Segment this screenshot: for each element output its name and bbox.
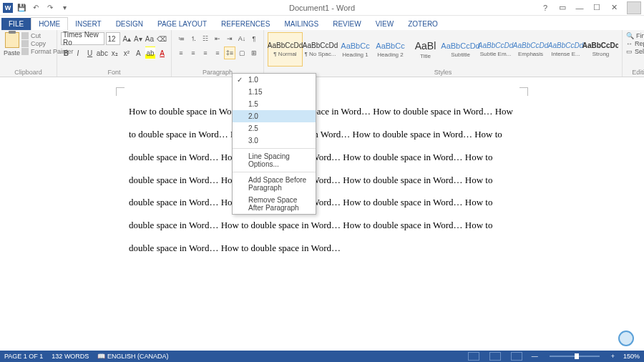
font-group: Times New Ro 12 A▴ A▾ Aa ⌫ B I U abc x₂ … <box>57 30 172 77</box>
superscript-button[interactable]: x² <box>122 47 132 59</box>
multilevel-list-button[interactable]: ☷ <box>200 32 211 45</box>
window-controls: ? ▭ — ☐ ✕ <box>538 1 644 14</box>
clipboard-icon <box>5 32 19 48</box>
tab-page-layout[interactable]: PAGE LAYOUT <box>150 18 214 30</box>
show-marks-button[interactable]: ¶ <box>248 32 260 45</box>
numbering-button[interactable]: ⒈ <box>187 32 199 45</box>
styles-gallery[interactable]: AaBbCcDd¶ NormalAaBbCcDd¶ No Spac...AaBb… <box>268 32 618 67</box>
strikethrough-button[interactable]: abc <box>97 47 108 59</box>
align-center-button[interactable]: ≡ <box>187 47 199 59</box>
tab-file[interactable]: FILE <box>1 18 31 30</box>
window-title: Document1 - Word <box>289 4 355 12</box>
paste-label: Paste <box>4 49 20 57</box>
bullets-button[interactable]: ≔ <box>175 32 187 45</box>
styles-group: AaBbCcDd¶ NormalAaBbCcDd¶ No Spac...AaBb… <box>264 30 623 77</box>
subscript-button[interactable]: x₂ <box>109 47 120 59</box>
close-button[interactable]: ✕ <box>607 3 621 12</box>
line-spacing-options[interactable]: Line Spacing Options... <box>233 150 316 170</box>
text-effects-button[interactable]: A <box>133 47 144 59</box>
style-title[interactable]: AaBlTitle <box>408 32 443 67</box>
styles-group-label: Styles <box>268 67 618 76</box>
line-spacing-option-3-0[interactable]: 3.0 <box>233 134 316 147</box>
word-count[interactable]: 132 WORDS <box>52 353 89 360</box>
style--normal[interactable]: AaBbCcDd¶ Normal <box>268 32 303 67</box>
change-case-button[interactable]: Aa <box>145 32 155 45</box>
undo-button[interactable]: ↶ <box>30 2 42 14</box>
zoom-in-button[interactable]: + <box>611 353 615 360</box>
line-spacing-option-1-15[interactable]: 1.15 <box>233 86 316 98</box>
clear-formatting-button[interactable]: ⌫ <box>156 32 167 45</box>
style-subtitle[interactable]: AaBbCcDdSubtitle <box>443 32 478 67</box>
ribbon-tabs: FILEHOMEINSERTDESIGNPAGE LAYOUTREFERENCE… <box>0 16 644 30</box>
document-body-text[interactable]: How to double space in Word… How to doub… <box>129 100 515 260</box>
italic-button[interactable]: I <box>73 47 84 59</box>
minimize-button[interactable]: — <box>572 4 587 12</box>
borders-button[interactable]: ⊞ <box>248 47 260 59</box>
justify-button[interactable]: ≡ <box>212 47 223 59</box>
paste-button[interactable]: Paste <box>4 32 20 67</box>
tab-insert[interactable]: INSERT <box>68 18 109 30</box>
find-button[interactable]: 🔍 Find <box>626 32 644 39</box>
increase-indent-button[interactable]: ⇥ <box>224 32 235 45</box>
tab-home[interactable]: HOME <box>31 17 68 30</box>
line-spacing-button[interactable]: ‡≡ <box>224 47 235 59</box>
align-right-button[interactable]: ≡ <box>200 47 211 59</box>
read-mode-button[interactable] <box>468 352 479 361</box>
style--no-spac-[interactable]: AaBbCcDd¶ No Spac... <box>303 32 338 67</box>
print-layout-button[interactable] <box>489 352 501 361</box>
line-spacing-option-2-0[interactable]: 2.0 <box>233 110 316 122</box>
tab-zotero[interactable]: ZOTERO <box>401 18 445 30</box>
shading-button[interactable]: ▢ <box>236 47 248 59</box>
font-family-combo[interactable]: Times New Ro <box>61 32 104 45</box>
redo-button[interactable]: ↷ <box>44 2 56 14</box>
remove-space-after[interactable]: Remove Space After Paragraph <box>233 194 316 214</box>
brush-icon <box>21 48 29 55</box>
select-button[interactable]: ▭ Select <box>626 48 644 55</box>
clipboard-group-label: Clipboard <box>4 67 53 76</box>
shrink-font-button[interactable]: A▾ <box>133 32 143 45</box>
bold-button[interactable]: B <box>61 47 72 59</box>
document-page[interactable]: How to double space in Word… How to doub… <box>93 79 551 351</box>
clipboard-group: Paste Cut Copy Format Painter Clipboard <box>0 30 57 77</box>
zoom-out-button[interactable]: — <box>532 353 538 360</box>
tab-references[interactable]: REFERENCES <box>214 18 277 30</box>
status-bar: PAGE 1 OF 1 132 WORDS 📖 ENGLISH (CANADA)… <box>0 351 644 362</box>
style-heading-1[interactable]: AaBbCcHeading 1 <box>338 32 373 67</box>
tab-view[interactable]: VIEW <box>369 18 401 30</box>
underline-button[interactable]: U <box>84 47 95 59</box>
font-color-button[interactable]: A <box>157 47 167 59</box>
grow-font-button[interactable]: A▴ <box>122 32 132 45</box>
help-button[interactable]: ? <box>538 4 552 12</box>
sort-button[interactable]: A↓ <box>236 32 248 45</box>
line-spacing-option-1-5[interactable]: 1.5 <box>233 98 316 110</box>
zoom-level[interactable]: 150% <box>623 353 640 360</box>
page-indicator[interactable]: PAGE 1 OF 1 <box>4 353 43 360</box>
language-indicator[interactable]: 📖 ENGLISH (CANADA) <box>97 353 168 360</box>
tab-mailings[interactable]: MAILINGS <box>277 18 326 30</box>
save-button[interactable]: 💾 <box>16 2 27 14</box>
line-spacing-option-1-0[interactable]: 1.0 <box>233 74 316 86</box>
style-heading-2[interactable]: AaBbCcHeading 2 <box>373 32 408 67</box>
ribbon-display-button[interactable]: ▭ <box>555 3 570 12</box>
style-emphasis[interactable]: AaBbCcDdEmphasis <box>513 32 548 67</box>
font-size-combo[interactable]: 12 <box>106 32 121 45</box>
line-spacing-menu: ↖ 1.01.151.52.02.53.0Line Spacing Option… <box>232 73 316 215</box>
tab-design[interactable]: DESIGN <box>109 18 150 30</box>
replace-button[interactable]: ↔ Replace <box>626 40 644 47</box>
zoom-slider[interactable] <box>550 356 600 357</box>
web-layout-button[interactable] <box>511 352 522 361</box>
title-bar: W 💾 ↶ ↷ ▾ Document1 - Word ? ▭ — ☐ ✕ <box>0 0 644 16</box>
style-strong[interactable]: AaBbCcDcStrong <box>583 32 618 67</box>
user-avatar[interactable] <box>627 1 641 14</box>
maximize-button[interactable]: ☐ <box>590 3 604 12</box>
align-left-button[interactable]: ≡ <box>175 47 187 59</box>
style-intense-e-[interactable]: AaBbCcDdIntense E... <box>548 32 583 67</box>
decrease-indent-button[interactable]: ⇤ <box>212 32 223 45</box>
qat-customize-icon[interactable]: ▾ <box>59 2 70 14</box>
tab-review[interactable]: REVIEW <box>326 18 368 30</box>
line-spacing-option-2-5[interactable]: 2.5 <box>233 122 316 134</box>
ribbon: Paste Cut Copy Format Painter Clipboard … <box>0 30 644 77</box>
add-space-before[interactable]: Add Space Before Paragraph <box>233 174 316 194</box>
highlight-button[interactable]: ab <box>145 47 156 59</box>
style-subtle-em-[interactable]: AaBbCcDdSubtle Em... <box>478 32 513 67</box>
